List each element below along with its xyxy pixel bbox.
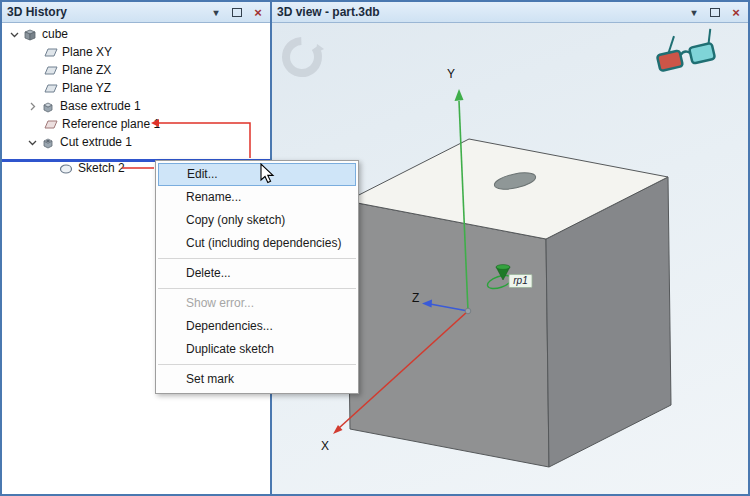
reference-plane-icon [42,117,58,132]
y-axis-label: Y [447,67,455,81]
history-panel-header: 3D History ▾ × [2,2,270,23]
menu-item-edit[interactable]: Edit... [158,163,356,186]
menu-item-dependencies[interactable]: Dependencies... [156,315,358,338]
menu-item-show-error: Show error... [156,292,358,315]
tree-item-plane-yz[interactable]: Plane YZ [2,79,270,97]
tree-item-label: Sketch 2 [78,161,125,175]
x-axis-label: X [321,439,329,453]
view-menu-button[interactable]: ▾ [687,5,701,19]
tree-item-reference-plane[interactable]: Reference plane 1 [2,115,270,133]
chevron-down-icon[interactable] [6,30,22,39]
history-menu-button[interactable]: ▾ [209,5,223,19]
tree-item-base-extrude[interactable]: Base extrude 1 [2,97,270,115]
menu-separator [158,288,356,289]
red-lens [657,50,683,71]
cut-extrude-icon [40,135,56,150]
maximize-icon [232,8,242,17]
tree-item-plane-zx[interactable]: Plane ZX [2,61,270,79]
close-icon: × [254,5,262,20]
y-axis-arrowhead [455,89,464,101]
history-panel-title: 3D History [7,5,67,19]
application-window: 3D History ▾ × cube [0,0,750,496]
close-icon: × [732,5,740,20]
axis-origin-point [465,308,471,314]
chevron-down-icon: ▾ [213,7,218,18]
orbit-widget-icon[interactable] [280,35,325,80]
menu-separator [158,258,356,259]
cyan-lens [689,43,715,64]
context-menu: Edit... Rename... Copy (only sketch) Cut… [155,160,359,394]
view-close-button[interactable]: × [729,5,743,19]
plane-icon [42,81,58,96]
plane-icon [42,45,58,60]
chevron-down-icon: ▾ [691,7,696,18]
tree-item-label: Plane ZX [62,63,111,77]
menu-item-cut-including-dependencies[interactable]: Cut (including dependencies) [156,232,358,255]
tree-item-label: Plane YZ [62,81,111,95]
tree-item-label: Base extrude 1 [60,99,141,113]
view-panel-title: 3D view - part.3db [277,5,380,19]
view-maximize-button[interactable] [708,5,722,19]
z-axis-label: Z [412,291,419,305]
part-body-icon [22,27,38,42]
plane-icon [42,63,58,78]
tree-item-label: Plane XY [62,45,112,59]
history-maximize-button[interactable] [230,5,244,19]
chevron-down-icon[interactable] [24,138,40,147]
menu-item-rename[interactable]: Rename... [156,186,358,209]
anaglyph-glasses-icon[interactable] [654,28,717,71]
menu-separator [158,364,356,365]
menu-item-delete[interactable]: Delete... [156,262,358,285]
menu-item-copy-only-sketch[interactable]: Copy (only sketch) [156,209,358,232]
history-tree: cube Plane XY Plane ZX Plane YZ [2,23,270,177]
tree-item-label: cube [42,27,68,41]
tree-item-plane-xy[interactable]: Plane XY [2,43,270,61]
maximize-icon [710,8,720,17]
tree-item-cube[interactable]: cube [2,25,270,43]
marker-label: rp1 [513,275,527,286]
tree-item-label: Cut extrude 1 [60,135,132,149]
history-close-button[interactable]: × [251,5,265,19]
chevron-right-icon[interactable] [24,102,40,111]
menu-item-set-mark[interactable]: Set mark [156,368,358,391]
menu-item-duplicate-sketch[interactable]: Duplicate sketch [156,338,358,361]
sketch-icon [58,161,74,176]
cube-left-face [347,201,549,467]
view-panel-header: 3D view - part.3db ▾ × [272,2,748,23]
cube-model [347,139,671,467]
tree-item-label: Reference plane 1 [62,117,160,131]
extrude-icon [40,99,56,114]
tree-item-cut-extrude[interactable]: Cut extrude 1 [2,133,270,151]
